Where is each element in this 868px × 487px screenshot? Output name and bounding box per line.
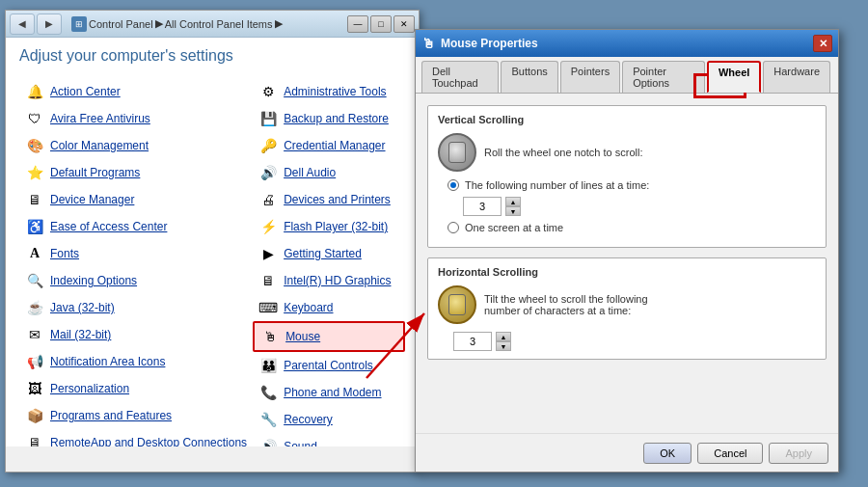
getting-started-label: Getting Started: [284, 247, 362, 260]
tab-buttons[interactable]: Buttons: [501, 61, 557, 93]
cancel-button[interactable]: Cancel: [697, 443, 763, 464]
lines-down-arrow[interactable]: ▼: [505, 206, 521, 216]
item-avira[interactable]: 🛡 Avira Free Antivirus: [19, 105, 253, 132]
item-intel-hd[interactable]: 🖥 Intel(R) HD Graphics: [253, 267, 405, 294]
item-programs[interactable]: 📦 Programs and Features: [19, 402, 253, 429]
chars-value[interactable]: 3: [453, 332, 492, 351]
keyboard-icon: ⌨: [258, 298, 278, 317]
intel-hd-label: Intel(R) HD Graphics: [284, 274, 391, 287]
back-button[interactable]: ◀: [10, 14, 35, 35]
item-parental[interactable]: 👪 Parental Controls: [253, 352, 405, 379]
sound-label: Sound: [284, 440, 317, 446]
breadcrumb-sep2: ▶: [275, 17, 283, 30]
vertical-scrolling-section: Vertical Scrolling Roll the wheel one no…: [427, 105, 827, 248]
titlebar-controls: — □ ✕: [347, 15, 415, 33]
item-recovery[interactable]: 🔧 Recovery: [253, 406, 405, 433]
maximize-button[interactable]: □: [370, 15, 392, 33]
notification-icon: 📢: [25, 352, 44, 371]
mouse-icon: 🖱: [260, 327, 280, 346]
item-personalization[interactable]: 🖼 Personalization: [19, 375, 253, 402]
item-devices-printers[interactable]: 🖨 Devices and Printers: [253, 186, 405, 213]
java-label: Java (32-bit): [50, 301, 115, 314]
item-java[interactable]: ☕ Java (32-bit): [19, 294, 253, 321]
fonts-icon: A: [25, 244, 44, 263]
breadcrumb-all[interactable]: All Control Panel Items: [165, 18, 273, 30]
vertical-scroll-icon: [438, 133, 476, 172]
java-icon: ☕: [25, 298, 44, 317]
tab-wheel[interactable]: Wheel: [707, 61, 761, 93]
item-admin-tools[interactable]: ⚙ Administrative Tools: [253, 78, 405, 105]
item-fonts[interactable]: A Fonts: [19, 240, 253, 267]
item-remoteapp[interactable]: 🖥 RemoteApp and Desktop Connections: [19, 429, 253, 446]
breadcrumb-cp[interactable]: Control Panel: [89, 18, 153, 30]
item-color-management[interactable]: 🎨 Color Management: [19, 132, 253, 159]
breadcrumb-sep1: ▶: [155, 17, 163, 30]
dialog-body: Vertical Scrolling Roll the wheel one no…: [416, 94, 838, 448]
remoteapp-label: RemoteApp and Desktop Connections: [50, 436, 247, 446]
tab-pointers[interactable]: Pointers: [560, 61, 620, 93]
item-notification[interactable]: 📢 Notification Area Icons: [19, 348, 253, 375]
lines-value[interactable]: 3: [463, 197, 502, 216]
radio-row-lines: The following number of lines at a time:: [448, 179, 816, 191]
radio-screen[interactable]: [448, 222, 459, 233]
radio-lines[interactable]: [448, 179, 459, 191]
spinner-row-chars: 3 ▲ ▼: [453, 332, 816, 351]
close-button[interactable]: ✕: [393, 15, 415, 33]
radio-row-screen: One screen at a time: [448, 222, 816, 233]
intel-hd-icon: 🖥: [258, 271, 278, 290]
item-phone-modem[interactable]: 📞 Phone and Modem: [253, 379, 405, 406]
ok-button[interactable]: OK: [643, 443, 692, 464]
item-keyboard[interactable]: ⌨ Keyboard: [253, 294, 405, 321]
fonts-label: Fonts: [50, 247, 79, 260]
item-backup[interactable]: 💾 Backup and Restore: [253, 105, 405, 132]
item-credential[interactable]: 🔑 Credential Manager: [253, 132, 405, 159]
horizontal-scroll-desc: Tilt the wheel to scroll the following n…: [484, 293, 677, 316]
mouse-dialog: 🖱 Mouse Properties ✕ Dell Touchpad Butto…: [415, 29, 839, 473]
minimize-button[interactable]: —: [347, 15, 368, 33]
devices-printers-icon: 🖨: [258, 190, 278, 209]
dell-audio-label: Dell Audio: [284, 166, 336, 179]
chars-down-arrow[interactable]: ▼: [496, 341, 511, 351]
lines-up-arrow[interactable]: ▲: [505, 197, 521, 206]
dialog-close-button[interactable]: ✕: [813, 35, 832, 52]
dialog-footer: OK Cancel Apply: [416, 433, 838, 472]
item-default-programs[interactable]: ⭐ Default Programs: [19, 159, 253, 186]
tab-hardware[interactable]: Hardware: [763, 61, 830, 93]
item-flash[interactable]: ⚡ Flash Player (32-bit): [253, 213, 405, 240]
avira-label: Avira Free Antivirus: [50, 112, 150, 125]
vertical-radio-group: The following number of lines at a time:…: [448, 179, 816, 233]
items-col1: 🔔 Action Center 🛡 Avira Free Antivirus 🎨…: [19, 78, 253, 446]
chars-spinner-arrows: ▲ ▼: [496, 332, 511, 351]
item-sound[interactable]: 🔊 Sound: [253, 433, 405, 446]
item-dell-audio[interactable]: 🔊 Dell Audio: [253, 159, 405, 186]
tab-pointer-options[interactable]: Pointer Options: [622, 61, 705, 93]
apply-button[interactable]: Apply: [769, 443, 828, 464]
color-management-icon: 🎨: [25, 136, 44, 155]
tab-dell-touchpad[interactable]: Dell Touchpad: [421, 61, 499, 93]
horizontal-section-title: Horizontal Scrolling: [438, 266, 816, 278]
action-center-icon: 🔔: [25, 82, 44, 101]
item-action-center[interactable]: 🔔 Action Center: [19, 78, 253, 105]
phone-modem-label: Phone and Modem: [284, 386, 381, 399]
flash-icon: ⚡: [258, 217, 278, 236]
item-mail[interactable]: ✉ Mail (32-bit): [19, 321, 253, 348]
items-col2: ⚙ Administrative Tools 💾 Backup and Rest…: [253, 78, 405, 446]
horizontal-scroll-row: Tilt the wheel to scroll the following n…: [438, 285, 816, 324]
item-mouse[interactable]: 🖱 Mouse: [253, 321, 405, 352]
dialog-title-text: Mouse Properties: [441, 37, 538, 50]
cp-icon: ⊞: [71, 16, 87, 32]
chars-up-arrow[interactable]: ▲: [496, 332, 511, 341]
ease-of-access-label: Ease of Access Center: [50, 220, 167, 233]
horizontal-scrolling-section: Horizontal Scrolling Tilt the wheel to s…: [427, 257, 827, 360]
cp-titlebar: ◀ ▶ ⊞ Control Panel ▶ All Control Panel …: [6, 11, 419, 38]
programs-label: Programs and Features: [50, 409, 172, 422]
mail-icon: ✉: [25, 325, 44, 344]
dialog-title-left: 🖱 Mouse Properties: [421, 36, 538, 51]
notification-label: Notification Area Icons: [50, 355, 165, 368]
item-ease-of-access[interactable]: ♿ Ease of Access Center: [19, 213, 253, 240]
personalization-icon: 🖼: [25, 379, 44, 398]
forward-button[interactable]: ▶: [37, 14, 62, 35]
item-indexing[interactable]: 🔍 Indexing Options: [19, 267, 253, 294]
item-getting-started[interactable]: ▶ Getting Started: [253, 240, 405, 267]
item-device-manager[interactable]: 🖥 Device Manager: [19, 186, 253, 213]
